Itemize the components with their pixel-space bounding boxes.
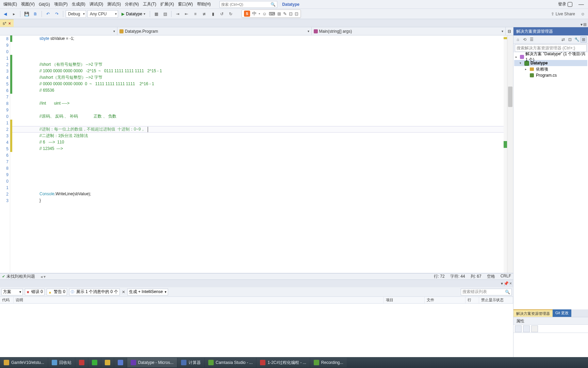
- live-share[interactable]: ⇪ Live Share: [548, 12, 578, 16]
- solution-search[interactable]: 搜索解决方案资源管理器 (Ctrl+;): [515, 44, 587, 52]
- line-numbers: 89012345678901234567890123: [0, 35, 10, 273]
- menu-item[interactable]: 工具(T): [141, 0, 158, 8]
- feedback-icon[interactable]: ☺: [579, 10, 587, 18]
- sign-in[interactable]: 登录: [555, 1, 576, 7]
- properties-icon[interactable]: 🔧: [574, 36, 580, 43]
- ime-icon[interactable]: ⊡: [295, 11, 298, 16]
- ime-icon[interactable]: ☺: [262, 11, 267, 16]
- build-dropdown[interactable]: 生成 + IntelliSense▾: [127, 289, 168, 295]
- file-tab[interactable]: s* ×: [0, 19, 14, 27]
- menu-item[interactable]: 项目(P): [52, 0, 70, 8]
- comment-icon[interactable]: ≡: [192, 10, 199, 18]
- message-filter[interactable]: 展示 1 个消息中的 0 个: [69, 289, 120, 295]
- forward-icon[interactable]: ▸: [10, 10, 18, 18]
- menu-item[interactable]: 扩展(X): [158, 0, 176, 8]
- taskbar-item[interactable]: [76, 358, 88, 367]
- nav-class[interactable]: Datatype.Program▾: [117, 27, 312, 35]
- minimize-button[interactable]: —: [576, 1, 587, 7]
- tab-git[interactable]: Git 更改: [553, 309, 571, 317]
- menu-item[interactable]: 分析(N): [123, 0, 141, 8]
- error-filter[interactable]: 错误 0: [25, 289, 45, 295]
- taskbar-item[interactable]: [88, 358, 101, 367]
- solution-node[interactable]: ▸解决方案 "Datatype" (1 个项目/共 1 个): [514, 54, 587, 60]
- scope-dropdown[interactable]: 方案▾: [1, 289, 23, 295]
- menu-item[interactable]: 编辑(E): [1, 0, 19, 8]
- taskbar-item[interactable]: [101, 358, 114, 367]
- outdent-icon[interactable]: ⇤: [183, 10, 190, 18]
- tab-overflow-icon[interactable]: ⊞: [583, 22, 587, 27]
- save-icon[interactable]: 💾: [23, 10, 30, 18]
- tool-icon[interactable]: ▦: [152, 10, 160, 18]
- taskbar-item[interactable]: 1-2C#过程化编程 - ...: [257, 358, 309, 367]
- nav-scope[interactable]: ▾: [0, 27, 117, 35]
- props-tool-icon[interactable]: [531, 325, 538, 332]
- taskbar-item[interactable]: 计算器: [178, 358, 204, 367]
- back-icon[interactable]: ◀: [1, 10, 9, 18]
- redo-icon[interactable]: ↷: [53, 10, 61, 18]
- error-search[interactable]: 搜索错误列表🔍: [461, 289, 512, 295]
- home-icon[interactable]: ⌂: [515, 36, 521, 43]
- minimap[interactable]: [504, 35, 507, 273]
- menu-item[interactable]: Git(G): [37, 1, 52, 8]
- menu-bar: 编辑(E) 视图(V) Git(G) 项目(P) 生成(B) 调试(D) 测试(…: [0, 0, 588, 9]
- save-all-icon[interactable]: 🗎: [32, 10, 39, 18]
- ime-lang[interactable]: 中: [252, 11, 257, 17]
- sync-icon[interactable]: ⇄: [560, 36, 566, 43]
- code-content[interactable]: sbyte sbValue = -1;//short （有符号短整型） -->2…: [12, 35, 504, 273]
- ime-icon[interactable]: ✎: [283, 11, 287, 16]
- search-input[interactable]: [221, 2, 271, 6]
- close-icon[interactable]: ×: [509, 281, 512, 286]
- file-node[interactable]: Program.cs: [514, 72, 587, 78]
- menu-item[interactable]: 生成(B): [70, 0, 87, 8]
- tab-overflow-icon[interactable]: ▾: [581, 22, 583, 27]
- windows-taskbar[interactable]: GamfeV10/etstu...回收站Datatype - Micros...…: [0, 357, 588, 368]
- alphabetize-icon[interactable]: [523, 325, 530, 332]
- menu-item[interactable]: 调试(D): [87, 0, 105, 8]
- filter-icon[interactable]: ✕: [122, 290, 125, 294]
- solution-tree[interactable]: ▸解决方案 "Datatype" (1 个项目/共 1 个) ▾Datatype…: [513, 52, 588, 309]
- tool-icon[interactable]: ↺: [218, 10, 226, 18]
- taskbar-item[interactable]: [114, 358, 127, 367]
- pin-icon[interactable]: ▾: [501, 281, 503, 286]
- code-editor[interactable]: 89012345678901234567890123 sbyte sbValue…: [0, 35, 513, 273]
- refresh-icon[interactable]: ⟲: [522, 36, 528, 43]
- split-icon[interactable]: ⊟: [506, 27, 513, 35]
- taskbar-item[interactable]: Datatype - Micros...: [127, 358, 177, 367]
- start-button[interactable]: ▶ Datatype ▾: [119, 12, 147, 16]
- menu-item[interactable]: 帮助(H): [195, 0, 213, 8]
- tool-icon[interactable]: ☰: [528, 36, 535, 43]
- indent-icon[interactable]: ⇥: [174, 10, 181, 18]
- taskbar-item[interactable]: GamfeV10/etstu...: [0, 358, 48, 367]
- close-tab-icon[interactable]: ×: [9, 21, 11, 26]
- ime-icon[interactable]: ⊡: [289, 11, 293, 16]
- tool-icon[interactable]: ⊡: [567, 36, 573, 43]
- tool-icon[interactable]: ↻: [227, 10, 234, 18]
- quick-search[interactable]: 🔍: [219, 1, 277, 8]
- ime-icon[interactable]: ⌨: [269, 11, 275, 16]
- menu-item[interactable]: 测试(S): [105, 0, 123, 8]
- uncomment-icon[interactable]: ≢: [200, 10, 208, 18]
- categorize-icon[interactable]: [515, 325, 522, 332]
- tab-solution[interactable]: 解决方案资源管理器: [513, 309, 553, 317]
- taskbar-item[interactable]: Camtasia Studio - ...: [205, 358, 256, 367]
- warning-filter[interactable]: 警告 0: [47, 289, 67, 295]
- ime-icon[interactable]: ⊞: [277, 11, 281, 16]
- taskbar-item[interactable]: 回收站: [48, 358, 75, 367]
- taskbar-item[interactable]: Recording...: [310, 358, 347, 367]
- solution-explorer-panel: 解决方案资源管理器 ⌂ ⟲ ☰ ⇄ ⊡ 🔧 ⊞ 搜索解决方案资源管理器 (Ctr…: [513, 27, 588, 368]
- bookmark-icon[interactable]: ▮: [209, 10, 217, 18]
- nav-method[interactable]: Main(string[] args)▾: [312, 27, 506, 35]
- dependencies-node[interactable]: ▸依赖项: [514, 66, 587, 72]
- config-dropdown[interactable]: Debug: [66, 10, 86, 18]
- undo-icon[interactable]: ↶: [44, 10, 52, 18]
- platform-dropdown[interactable]: Any CPU: [87, 10, 118, 18]
- menu-item[interactable]: 视图(V): [19, 0, 37, 8]
- menu-item[interactable]: 窗口(W): [176, 0, 195, 8]
- ime-toolbar[interactable]: S 中 • ☺ ⌨ ⊞ ✎ ⊡ ⊡: [242, 10, 301, 18]
- no-issues[interactable]: ✔未找到相关问题: [2, 274, 35, 279]
- user-icon: [568, 2, 572, 7]
- tool-icon[interactable]: ▤: [161, 10, 169, 18]
- scrollbar[interactable]: [507, 35, 513, 273]
- view-icon[interactable]: ⊞: [581, 36, 587, 43]
- pin-icon[interactable]: 📌: [504, 281, 509, 286]
